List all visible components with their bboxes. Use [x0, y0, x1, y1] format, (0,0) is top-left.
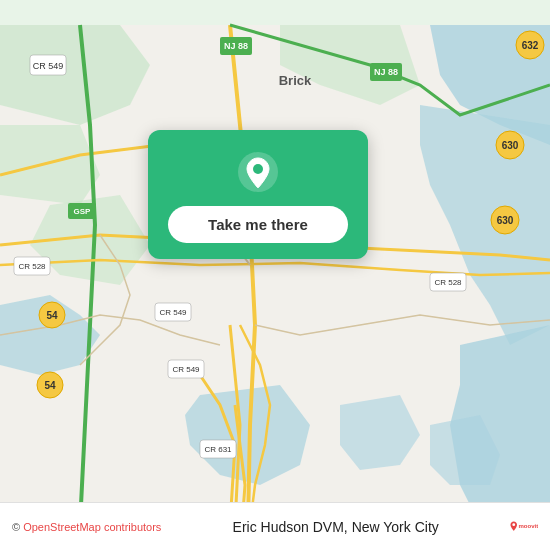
- bottom-bar: © OpenStreetMap contributors Eric Hudson…: [0, 502, 550, 550]
- svg-text:NJ 88: NJ 88: [224, 41, 248, 51]
- svg-text:54: 54: [46, 310, 58, 321]
- svg-text:CR 528: CR 528: [18, 262, 46, 271]
- svg-text:CR 631: CR 631: [204, 445, 232, 454]
- svg-text:CR 549: CR 549: [33, 61, 64, 71]
- location-name: Eric Hudson DVM, New York City: [233, 519, 439, 535]
- bottom-left-section: © OpenStreetMap contributors: [12, 521, 161, 533]
- osm-copyright: © OpenStreetMap contributors: [12, 521, 161, 533]
- svg-text:NJ 88: NJ 88: [374, 67, 398, 77]
- svg-text:CR 528: CR 528: [434, 278, 462, 287]
- location-info: Eric Hudson DVM, New York City: [161, 518, 510, 536]
- svg-text:CR 549: CR 549: [172, 365, 200, 374]
- svg-text:630: 630: [497, 215, 514, 226]
- map-container: CR 549 NJ 88 NJ 88 632 630 630 GSP CR 52…: [0, 0, 550, 550]
- location-pin-icon: [236, 150, 280, 194]
- moovit-logo: moovit: [510, 513, 538, 541]
- svg-text:54: 54: [44, 380, 56, 391]
- popup-overlay: Take me there: [148, 130, 368, 259]
- osm-link[interactable]: OpenStreetMap contributors: [23, 521, 161, 533]
- svg-point-32: [512, 523, 515, 526]
- svg-text:CR 549: CR 549: [159, 308, 187, 317]
- take-me-there-button[interactable]: Take me there: [168, 206, 348, 243]
- moovit-icon: moovit: [510, 513, 538, 541]
- svg-text:GSP: GSP: [74, 207, 92, 216]
- svg-text:632: 632: [522, 40, 539, 51]
- svg-point-31: [253, 164, 263, 174]
- svg-text:630: 630: [502, 140, 519, 151]
- copyright-symbol: ©: [12, 521, 20, 533]
- svg-text:Brick: Brick: [279, 73, 312, 88]
- svg-text:moovit: moovit: [518, 523, 538, 529]
- map-background: CR 549 NJ 88 NJ 88 632 630 630 GSP CR 52…: [0, 0, 550, 550]
